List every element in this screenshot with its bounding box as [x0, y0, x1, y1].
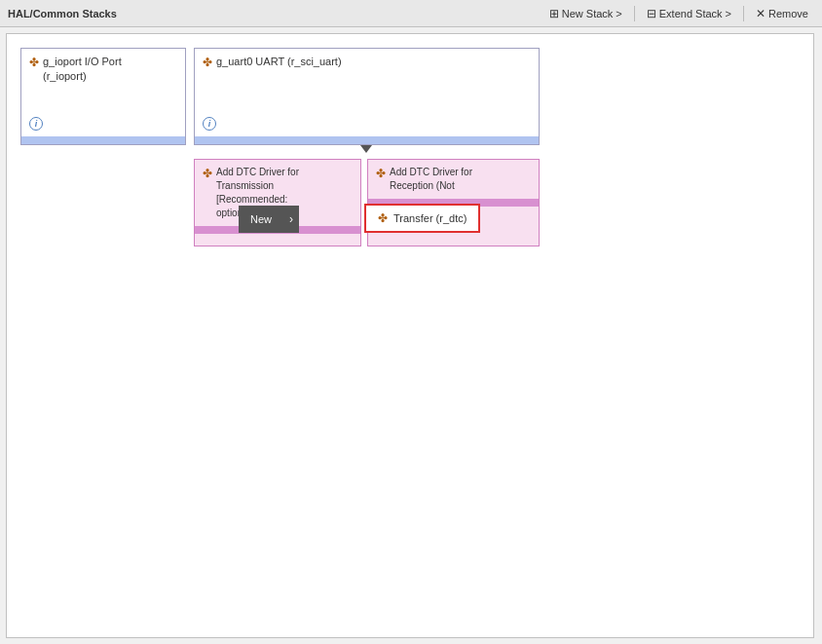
add-dtc-card-1[interactable]: ✤ Add DTC Driver for Transmission [Recom…	[194, 159, 361, 246]
toolbar: ⊞ New Stack > ⊟ Extend Stack > ✕ Remove	[543, 5, 814, 22]
context-menu: New ›	[239, 206, 299, 233]
context-menu-arrow: ›	[283, 212, 299, 226]
remove-icon: ✕	[756, 7, 766, 20]
ioport-card-header: ✤ g_ioport I/O Port (r_ioport)	[21, 49, 185, 115]
separator-2	[743, 6, 744, 21]
ioport-title: g_ioport I/O Port	[43, 55, 122, 69]
remove-button[interactable]: ✕ Remove	[750, 5, 814, 22]
separator-1	[634, 6, 635, 21]
ioport-icon: ✤	[29, 56, 39, 69]
uart-card[interactable]: ✤ g_uart0 UART (r_sci_uart) i	[194, 48, 540, 145]
add-dtc-card-2[interactable]: ✤ Add DTC Driver for Reception (Not	[367, 159, 540, 246]
title-bar: HAL/Common Stacks ⊞ New Stack > ⊟ Extend…	[0, 0, 822, 27]
extend-stack-icon: ⊟	[647, 7, 656, 20]
uart-icon: ✤	[203, 56, 212, 69]
ioport-card[interactable]: ✤ g_ioport I/O Port (r_ioport) i	[20, 48, 186, 145]
context-menu-new[interactable]: New	[239, 208, 283, 231]
ioport-info-icon[interactable]: i	[29, 117, 43, 131]
add-dtc-header-2: ✤ Add DTC Driver for Reception (Not	[368, 160, 539, 199]
arrow-down-connector	[360, 145, 372, 153]
title-bar-title: HAL/Common Stacks	[8, 8, 117, 19]
uart-title: g_uart0 UART (r_sci_uart)	[216, 55, 342, 69]
add-dtc-text-2: Add DTC Driver for Reception (Not	[390, 166, 472, 193]
uart-info-icon[interactable]: i	[203, 117, 216, 131]
transfer-icon: ✤	[378, 211, 388, 225]
submenu-transfer[interactable]: ✤ Transfer (r_dtc)	[364, 204, 480, 233]
ioport-card-footer	[21, 136, 185, 144]
new-stack-icon: ⊞	[549, 7, 559, 20]
ioport-subtitle: (r_ioport)	[43, 69, 122, 84]
add-dtc-icon-2: ✤	[376, 167, 386, 180]
canvas-area: ✤ g_ioport I/O Port (r_ioport) i ✤ g_uar…	[6, 33, 814, 638]
uart-card-footer	[195, 136, 539, 144]
new-stack-button[interactable]: ⊞ New Stack >	[543, 5, 628, 22]
uart-card-header: ✤ g_uart0 UART (r_sci_uart)	[195, 49, 539, 115]
add-dtc-icon-1: ✤	[203, 167, 212, 180]
extend-stack-button[interactable]: ⊟ Extend Stack >	[641, 5, 737, 22]
